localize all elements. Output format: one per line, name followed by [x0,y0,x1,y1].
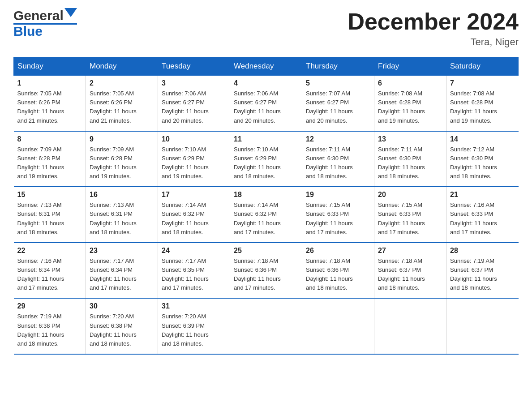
month-title: December 2024 [348,9,519,34]
calendar-table: Sunday Monday Tuesday Wednesday Thursday… [13,57,519,355]
table-row: 16Sunrise: 7:13 AMSunset: 6:31 PMDayligh… [86,187,158,243]
table-row: 13Sunrise: 7:11 AMSunset: 6:30 PMDayligh… [374,131,446,187]
day-number: 22 [17,247,82,255]
day-info: Sunrise: 7:16 AMSunset: 6:34 PMDaylight:… [17,257,82,293]
table-row: 20Sunrise: 7:15 AMSunset: 6:33 PMDayligh… [374,187,446,243]
col-tuesday: Tuesday [158,57,230,76]
logo-arrow-icon [64,8,77,20]
page-header: General Blue December 2024 Tera, Niger [13,9,519,48]
day-info: Sunrise: 7:14 AMSunset: 6:32 PMDaylight:… [234,201,298,237]
day-number: 24 [162,247,226,255]
table-row: 19Sunrise: 7:15 AMSunset: 6:33 PMDayligh… [302,187,374,243]
day-info: Sunrise: 7:08 AMSunset: 6:28 PMDaylight:… [450,89,515,125]
day-number: 28 [450,247,515,255]
day-number: 1 [17,79,82,87]
day-info: Sunrise: 7:18 AMSunset: 6:36 PMDaylight:… [306,257,370,293]
table-row: 22Sunrise: 7:16 AMSunset: 6:34 PMDayligh… [14,243,86,299]
day-info: Sunrise: 7:10 AMSunset: 6:29 PMDaylight:… [234,145,298,181]
table-row: 3Sunrise: 7:06 AMSunset: 6:27 PMDaylight… [158,76,230,131]
calendar-week-row: 1Sunrise: 7:05 AMSunset: 6:26 PMDaylight… [14,76,519,131]
day-number: 27 [378,247,442,255]
calendar-week-row: 8Sunrise: 7:09 AMSunset: 6:28 PMDaylight… [14,131,519,187]
day-info: Sunrise: 7:20 AMSunset: 6:39 PMDaylight:… [162,312,226,348]
table-row: 12Sunrise: 7:11 AMSunset: 6:30 PMDayligh… [302,131,374,187]
day-number: 26 [306,247,370,255]
day-info: Sunrise: 7:09 AMSunset: 6:28 PMDaylight:… [17,145,82,181]
day-info: Sunrise: 7:06 AMSunset: 6:27 PMDaylight:… [162,89,226,125]
day-number: 16 [90,191,154,199]
day-number: 13 [378,135,442,143]
logo: General Blue [13,9,77,38]
col-monday: Monday [86,57,158,76]
logo-general: General [13,9,64,22]
table-row: 1Sunrise: 7:05 AMSunset: 6:26 PMDaylight… [14,76,86,131]
day-number: 9 [90,135,154,143]
table-row: 6Sunrise: 7:08 AMSunset: 6:28 PMDaylight… [374,76,446,131]
day-info: Sunrise: 7:06 AMSunset: 6:27 PMDaylight:… [234,89,298,125]
table-row: 9Sunrise: 7:09 AMSunset: 6:28 PMDaylight… [86,131,158,187]
day-info: Sunrise: 7:17 AMSunset: 6:34 PMDaylight:… [90,257,154,293]
day-number: 18 [234,191,298,199]
calendar-week-row: 15Sunrise: 7:13 AMSunset: 6:31 PMDayligh… [14,187,519,243]
day-number: 25 [234,247,298,255]
day-info: Sunrise: 7:14 AMSunset: 6:32 PMDaylight:… [162,201,226,237]
day-number: 29 [17,302,82,310]
table-row: 24Sunrise: 7:17 AMSunset: 6:35 PMDayligh… [158,243,230,299]
day-number: 21 [450,191,515,199]
day-info: Sunrise: 7:13 AMSunset: 6:31 PMDaylight:… [17,201,82,237]
day-number: 17 [162,191,226,199]
table-row: 29Sunrise: 7:19 AMSunset: 6:38 PMDayligh… [14,298,86,354]
calendar-week-row: 29Sunrise: 7:19 AMSunset: 6:38 PMDayligh… [14,298,519,354]
day-info: Sunrise: 7:07 AMSunset: 6:27 PMDaylight:… [306,89,370,125]
day-number: 12 [306,135,370,143]
day-info: Sunrise: 7:12 AMSunset: 6:30 PMDaylight:… [450,145,515,181]
day-info: Sunrise: 7:18 AMSunset: 6:37 PMDaylight:… [378,257,442,293]
col-friday: Friday [374,57,446,76]
col-sunday: Sunday [14,57,86,76]
table-row: 15Sunrise: 7:13 AMSunset: 6:31 PMDayligh… [14,187,86,243]
col-wednesday: Wednesday [230,57,302,76]
calendar-week-row: 22Sunrise: 7:16 AMSunset: 6:34 PMDayligh… [14,243,519,299]
col-thursday: Thursday [302,57,374,76]
table-row: 5Sunrise: 7:07 AMSunset: 6:27 PMDaylight… [302,76,374,131]
day-info: Sunrise: 7:11 AMSunset: 6:30 PMDaylight:… [306,145,370,181]
table-row [230,298,302,354]
day-info: Sunrise: 7:09 AMSunset: 6:28 PMDaylight:… [90,145,154,181]
day-info: Sunrise: 7:05 AMSunset: 6:26 PMDaylight:… [17,89,82,125]
table-row: 17Sunrise: 7:14 AMSunset: 6:32 PMDayligh… [158,187,230,243]
table-row: 31Sunrise: 7:20 AMSunset: 6:39 PMDayligh… [158,298,230,354]
table-row: 18Sunrise: 7:14 AMSunset: 6:32 PMDayligh… [230,187,302,243]
calendar-header-row: Sunday Monday Tuesday Wednesday Thursday… [14,57,519,76]
title-block: December 2024 Tera, Niger [348,9,519,48]
day-info: Sunrise: 7:08 AMSunset: 6:28 PMDaylight:… [378,89,442,125]
table-row: 28Sunrise: 7:19 AMSunset: 6:37 PMDayligh… [446,243,519,299]
day-number: 2 [90,79,154,87]
day-number: 14 [450,135,515,143]
day-info: Sunrise: 7:11 AMSunset: 6:30 PMDaylight:… [378,145,442,181]
day-info: Sunrise: 7:20 AMSunset: 6:38 PMDaylight:… [90,312,154,348]
table-row [446,298,519,354]
day-number: 23 [90,247,154,255]
table-row: 10Sunrise: 7:10 AMSunset: 6:29 PMDayligh… [158,131,230,187]
col-saturday: Saturday [446,57,519,76]
svg-marker-0 [64,8,77,17]
table-row [374,298,446,354]
table-row: 25Sunrise: 7:18 AMSunset: 6:36 PMDayligh… [230,243,302,299]
table-row: 11Sunrise: 7:10 AMSunset: 6:29 PMDayligh… [230,131,302,187]
day-info: Sunrise: 7:17 AMSunset: 6:35 PMDaylight:… [162,257,226,293]
table-row: 21Sunrise: 7:16 AMSunset: 6:33 PMDayligh… [446,187,519,243]
table-row [302,298,374,354]
table-row: 30Sunrise: 7:20 AMSunset: 6:38 PMDayligh… [86,298,158,354]
location: Tera, Niger [348,36,519,48]
day-info: Sunrise: 7:15 AMSunset: 6:33 PMDaylight:… [378,201,442,237]
day-info: Sunrise: 7:18 AMSunset: 6:36 PMDaylight:… [234,257,298,293]
day-number: 19 [306,191,370,199]
day-number: 4 [234,79,298,87]
day-info: Sunrise: 7:05 AMSunset: 6:26 PMDaylight:… [90,89,154,125]
day-info: Sunrise: 7:15 AMSunset: 6:33 PMDaylight:… [306,201,370,237]
day-info: Sunrise: 7:19 AMSunset: 6:37 PMDaylight:… [450,257,515,293]
day-info: Sunrise: 7:16 AMSunset: 6:33 PMDaylight:… [450,201,515,237]
table-row: 4Sunrise: 7:06 AMSunset: 6:27 PMDaylight… [230,76,302,131]
day-number: 5 [306,79,370,87]
day-number: 7 [450,79,515,87]
